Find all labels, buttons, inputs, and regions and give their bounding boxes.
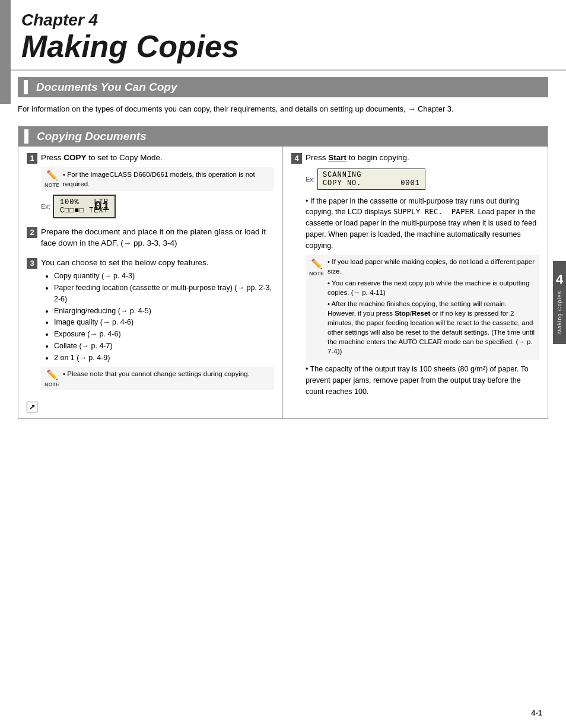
step-2-number: 2 bbox=[27, 227, 37, 238]
step-1-number: 1 bbox=[27, 153, 37, 164]
copying-header-bar bbox=[24, 129, 28, 144]
ex-label-4: Ex: bbox=[306, 176, 315, 183]
step-4-note-text: • If you load paper while making copies,… bbox=[327, 257, 536, 358]
list-item: Enlarging/reducing (→ p. 4-5) bbox=[54, 306, 274, 317]
step-4-bullet-capacity: • The capacity of the output tray is 100… bbox=[306, 364, 539, 397]
step-1-lcd-counter: 01 bbox=[94, 199, 110, 214]
copying-section-header: Copying Documents bbox=[18, 126, 548, 147]
bottom-link: ↗ bbox=[27, 402, 274, 412]
docs-section-title: Documents You Can Copy bbox=[36, 81, 177, 94]
step-1-content: Press COPY to set to Copy Mode. ✏️ NOTE … bbox=[41, 152, 274, 221]
chapter-label: Chapter 4 bbox=[21, 11, 548, 30]
note-pencil-icon-3: ✏️ bbox=[46, 369, 58, 380]
step-2-title: Prepare the document and place it on the… bbox=[41, 227, 274, 249]
right-tab-label: Making Copies bbox=[557, 291, 562, 334]
step-4-lcd-line2: COPY NO. 0001 bbox=[323, 179, 420, 187]
step-4-note: ✏️ NOTE • If you load paper while making… bbox=[306, 255, 539, 360]
step-4-bold: Start bbox=[328, 153, 346, 162]
list-item: Image quality (→ p. 4-6) bbox=[54, 317, 274, 328]
step-3-title: You can choose to set the below copy fea… bbox=[41, 257, 274, 269]
step-1: 1 Press COPY to set to Copy Mode. ✏️ NOT… bbox=[27, 152, 274, 221]
list-item: Collate (→ p. 4-7) bbox=[54, 341, 274, 352]
step-1-lcd: 100% LTR C□□■□ TEXT 01 bbox=[53, 195, 116, 218]
copying-right-column: 4 Press Start to begin copying. Ex: SCAN… bbox=[283, 147, 548, 419]
list-item: Paper feeding location (cassette or mult… bbox=[54, 282, 274, 305]
step-3-content: You can choose to set the below copy fea… bbox=[41, 257, 274, 394]
step-1-note: ✏️ NOTE • For the imageCLASS D660/D661 m… bbox=[41, 167, 274, 191]
ex-label-1: Ex: bbox=[41, 203, 50, 210]
page-number: 4-1 bbox=[531, 708, 542, 717]
step-1-title: Press COPY to set to Copy Mode. bbox=[41, 152, 274, 164]
note-label-3: NOTE bbox=[44, 382, 59, 387]
note-pencil-icon-4: ✏️ bbox=[311, 258, 323, 269]
right-tab: 4 Making Copies bbox=[553, 261, 566, 344]
step-4-lcd: SCANNING COPY NO. 0001 bbox=[317, 169, 425, 190]
chapter-title: Making Copies bbox=[21, 30, 548, 63]
step-1-note-text: • For the imageCLASS D660/D661 models, t… bbox=[63, 170, 271, 189]
step-1-bold: COPY bbox=[63, 153, 86, 162]
step-3-note-text: • Please note that you cannot change set… bbox=[63, 369, 250, 379]
step-4-lcd-line1: SCANNING bbox=[323, 171, 420, 179]
step-4-number: 4 bbox=[291, 153, 302, 164]
step-2: 2 Prepare the document and place it on t… bbox=[27, 227, 274, 252]
step-4: 4 Press Start to begin copying. Ex: SCAN… bbox=[291, 152, 539, 401]
note-label-4: NOTE bbox=[309, 271, 324, 276]
step-3-number: 3 bbox=[27, 258, 37, 269]
step-4-content: Press Start to begin copying. Ex: SCANNI… bbox=[306, 152, 539, 401]
step-3-list: Copy quantity (→ p. 4-3) Paper feeding l… bbox=[43, 271, 274, 363]
link-box: ↗ bbox=[27, 402, 37, 412]
step-4-bullet-1: • If the paper in the cassette or multi-… bbox=[306, 196, 539, 252]
copying-section: Copying Documents 1 Press COPY to set to… bbox=[18, 126, 548, 419]
copying-section-title: Copying Documents bbox=[37, 130, 147, 143]
note-label-1: NOTE bbox=[44, 182, 59, 188]
list-item: 2 on 1 (→ p. 4-9) bbox=[54, 352, 274, 364]
docs-header-bar bbox=[24, 80, 28, 94]
docs-section: Documents You Can Copy For information o… bbox=[18, 77, 548, 119]
step-3: 3 You can choose to set the below copy f… bbox=[27, 257, 274, 394]
docs-section-body: For information on the types of document… bbox=[18, 97, 548, 119]
list-item: Copy quantity (→ p. 4-3) bbox=[54, 271, 274, 282]
left-bar bbox=[0, 0, 11, 104]
step-1-lcd-row: Ex: 100% LTR C□□■□ TEXT 01 bbox=[41, 195, 274, 218]
step-3-note: ✏️ NOTE • Please note that you cannot ch… bbox=[41, 367, 274, 390]
copying-left-column: 1 Press COPY to set to Copy Mode. ✏️ NOT… bbox=[18, 147, 283, 419]
step-4-lcd-row: Ex: SCANNING COPY NO. 0001 bbox=[306, 166, 539, 192]
step-2-content: Prepare the document and place it on the… bbox=[41, 227, 274, 252]
list-item: Exposure (→ p. 4-6) bbox=[54, 329, 274, 340]
note-pencil-icon-1: ✏️ bbox=[46, 170, 58, 181]
step-4-title: Press Start to begin copying. bbox=[306, 152, 539, 164]
docs-section-header: Documents You Can Copy bbox=[18, 77, 548, 97]
right-tab-number: 4 bbox=[556, 272, 563, 287]
copying-body: 1 Press COPY to set to Copy Mode. ✏️ NOT… bbox=[18, 147, 548, 419]
